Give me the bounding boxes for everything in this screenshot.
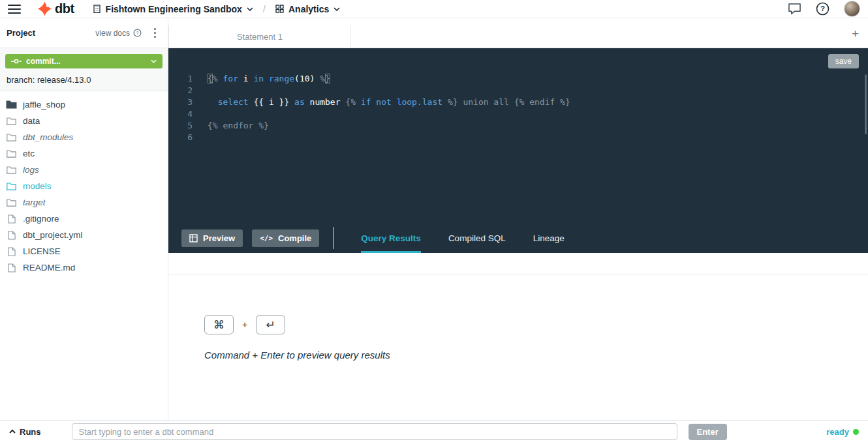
account-name: Fishtown Engineering Sandbox — [106, 4, 242, 14]
results-tab-lineage[interactable]: Lineage — [533, 223, 565, 253]
tree-item-label: dbt_project.yml — [23, 230, 83, 240]
folder-icon — [6, 199, 17, 207]
file-tree: jaffle_shopdatadbt_modulesetclogsmodelst… — [0, 91, 168, 281]
file-icon — [6, 247, 17, 256]
tab-statement-1[interactable]: Statement 1 — [168, 25, 351, 48]
chevron-down-icon — [333, 7, 340, 11]
project-selector[interactable]: Analytics — [275, 4, 340, 14]
results-tab-compiled-sql[interactable]: Compiled SQL — [448, 223, 506, 253]
chat-icon[interactable] — [788, 3, 801, 15]
commit-button-label: commit... — [26, 57, 61, 66]
tree-item-label: models — [23, 181, 52, 191]
line-number: 4 — [168, 108, 193, 120]
line-number: 2 — [168, 85, 193, 96]
results-tabs: Query ResultsCompiled SQLLineage — [347, 223, 578, 253]
sidebar-header: Project view docs ? — [0, 18, 168, 48]
main-area: Statement 1 + save 1{% for i in range(10… — [168, 18, 868, 420]
runs-toggle[interactable]: Runs — [9, 427, 41, 437]
status-indicator: ready — [826, 427, 859, 437]
status-label: ready — [826, 427, 849, 437]
results-toolbar: Preview </> Compile Query ResultsCompile… — [168, 223, 868, 253]
tree-item-logs[interactable]: logs — [0, 162, 168, 178]
view-docs-link[interactable]: view docs ? — [95, 29, 142, 38]
command-key-icon: ⌘ — [204, 315, 234, 334]
file-icon — [6, 263, 17, 273]
tree-item-label: data — [23, 116, 40, 126]
tree-item-label: jaffle_shop — [23, 100, 65, 110]
svg-text:?: ? — [820, 5, 825, 12]
code-line-6: 6 — [168, 132, 868, 143]
folder-icon — [6, 117, 17, 125]
account-selector[interactable]: Fishtown Engineering Sandbox — [93, 4, 253, 14]
tree-item-label: etc — [23, 149, 35, 158]
tree-item-data[interactable]: data — [0, 113, 168, 129]
tree-item-jaffle-shop[interactable]: jaffle_shop — [0, 96, 168, 113]
tree-item-dbt-modules[interactable]: dbt_modules — [0, 129, 168, 145]
tree-item-etc[interactable]: etc — [0, 145, 168, 162]
line-number: 6 — [168, 132, 193, 143]
dbt-logo-text: dbt — [55, 1, 74, 16]
chevron-down-icon — [247, 7, 253, 11]
commit-button[interactable]: commit... — [5, 54, 163, 68]
code-editor[interactable]: save 1{% for i in range(10) %}23 select … — [168, 48, 868, 223]
tree-item-label: dbt_modules — [23, 132, 73, 142]
chevron-up-icon — [9, 430, 16, 434]
tree-item-label: LICENSE — [23, 246, 61, 256]
line-number: 1 — [168, 73, 193, 85]
tree-item-dbt-project-yml[interactable]: dbt_project.yml — [0, 227, 168, 243]
tree-item-models[interactable]: models — [0, 178, 168, 194]
project-sidebar: Project view docs ? commit... branch: re… — [0, 18, 168, 420]
hamburger-menu-icon[interactable] — [8, 5, 21, 14]
compile-button[interactable]: </> Compile — [252, 229, 319, 247]
plus-separator: + — [242, 319, 247, 330]
tree-item-target[interactable]: target — [0, 194, 168, 211]
tree-item-readme-md[interactable]: README.md — [0, 259, 168, 276]
help-icon[interactable]: ? — [816, 2, 829, 16]
tree-item-label: logs — [23, 165, 39, 175]
code-line-1: 1{% for i in range(10) %} — [168, 73, 868, 85]
keyboard-shortcut: ⌘ + ↵ — [204, 315, 868, 334]
file-icon — [6, 214, 17, 224]
user-avatar[interactable] — [844, 1, 860, 17]
tree-item-gitignore[interactable]: .gitignore — [0, 211, 168, 227]
git-commit-icon — [11, 58, 22, 65]
sidebar-title: Project — [7, 28, 35, 38]
grid-icon — [275, 5, 284, 13]
tree-item-license[interactable]: LICENSE — [0, 243, 168, 259]
folder-icon — [6, 134, 17, 141]
folder-icon — [6, 100, 17, 109]
preview-button-label: Preview — [203, 233, 235, 243]
editor-scrollbar[interactable] — [865, 74, 867, 134]
chevron-down-icon[interactable] — [151, 59, 157, 63]
code-line-2: 2 — [168, 85, 868, 96]
top-bar: dbt Fishtown Engineering Sandbox / Analy… — [0, 0, 868, 18]
enter-button[interactable]: Enter — [689, 424, 727, 440]
dbt-command-input[interactable] — [72, 423, 677, 440]
status-dot — [853, 429, 859, 435]
git-section: commit... branch: release/4.13.0 — [0, 48, 168, 91]
folder-icon — [6, 150, 17, 158]
svg-text:?: ? — [136, 30, 139, 36]
folder-icon — [6, 183, 17, 190]
docs-help-icon: ? — [133, 29, 142, 37]
add-tab-icon[interactable]: + — [852, 27, 859, 39]
sidebar-menu-icon[interactable] — [148, 25, 161, 40]
tab-label: Statement 1 — [237, 32, 283, 42]
enter-key-icon: ↵ — [256, 315, 285, 334]
file-icon — [6, 231, 17, 240]
save-button[interactable]: save — [828, 54, 859, 68]
preview-grid-icon — [189, 234, 198, 243]
compile-button-label: Compile — [278, 233, 311, 243]
code-icon: </> — [260, 234, 273, 243]
tree-item-label: .gitignore — [23, 214, 59, 224]
branch-label: branch: release/4.13.0 — [0, 68, 168, 85]
results-tab-query-results[interactable]: Query Results — [361, 223, 421, 253]
dbt-logo: dbt — [37, 1, 74, 17]
preview-button[interactable]: Preview — [181, 229, 243, 247]
tree-item-label: README.md — [23, 263, 75, 273]
project-name: Analytics — [288, 4, 329, 14]
building-icon — [93, 5, 101, 13]
tree-item-label: target — [23, 198, 46, 207]
line-number: 3 — [168, 96, 193, 108]
code-content: 1{% for i in range(10) %}23 select {{ i … — [168, 48, 868, 143]
